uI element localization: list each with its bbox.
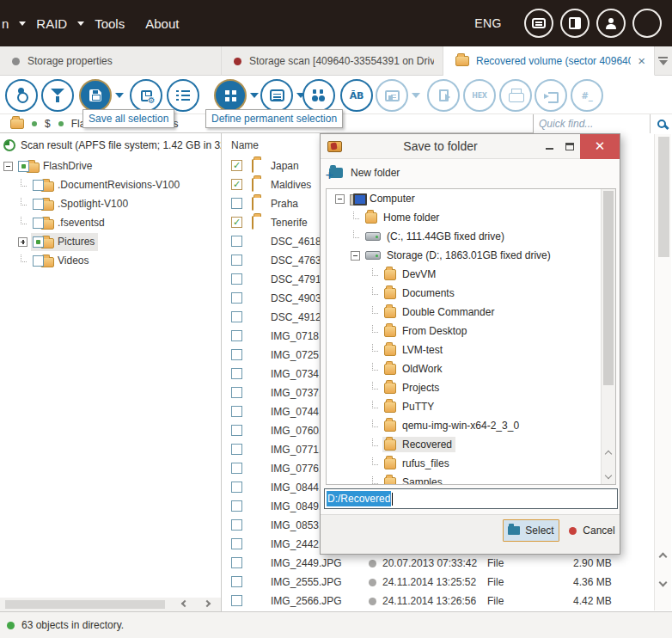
folder-folder-tree-item[interactable]: Projects xyxy=(327,378,615,397)
scrollbar-thumb[interactable] xyxy=(5,600,165,609)
chevron-down-icon[interactable] xyxy=(412,93,420,98)
scroll-right-icon[interactable] xyxy=(204,600,211,607)
close-button[interactable]: ✕ xyxy=(580,134,620,159)
checkbox[interactable] xyxy=(231,463,242,474)
tab[interactable]: Storage properties xyxy=(0,46,222,76)
image-file-row[interactable]: IMG_2555.JPG 24.11.2014 13:25:52 File 4.… xyxy=(222,573,672,592)
checkbox[interactable] xyxy=(18,161,29,172)
search-button[interactable] xyxy=(650,114,672,133)
expander-icon[interactable] xyxy=(370,440,379,450)
language-selector[interactable]: ENG xyxy=(474,16,502,30)
checkbox[interactable] xyxy=(33,218,44,229)
hash-toolbar-button[interactable]: #_ xyxy=(571,79,617,112)
tree-item[interactable]: FlashDrive xyxy=(0,156,221,175)
checkbox[interactable] xyxy=(231,292,242,304)
tree-item[interactable]: Pictures xyxy=(0,232,221,251)
maximize-button[interactable] xyxy=(559,134,580,159)
expander-icon[interactable] xyxy=(335,194,345,204)
folder-tab[interactable]: Recovered volume (sector 409640 on... × xyxy=(443,46,655,76)
expander-icon[interactable] xyxy=(370,308,379,317)
expander-icon[interactable] xyxy=(370,478,379,486)
user-header-icon[interactable] xyxy=(596,9,626,38)
expander-icon[interactable] xyxy=(18,199,27,209)
dialog-titlebar[interactable]: Save to folder ✕ xyxy=(321,134,620,159)
tab[interactable]: Storage scan [409640-33554391 on Drive..… xyxy=(222,46,443,76)
folder-folder-tree-item[interactable]: Home folder xyxy=(327,208,615,227)
chevron-down-icon[interactable] xyxy=(115,93,124,98)
imageview-toolbar-button[interactable] xyxy=(376,79,422,112)
folder-folder-tree-item[interactable]: DevVM xyxy=(327,265,615,284)
vertical-scrollbar[interactable] xyxy=(654,134,671,610)
folder-folder-tree-item[interactable]: Recovered xyxy=(327,435,615,454)
expander-icon[interactable] xyxy=(18,218,27,228)
listview-toolbar-button[interactable] xyxy=(260,79,307,112)
expander-icon[interactable] xyxy=(370,365,379,374)
folder-folder-tree-item[interactable]: rufus_files xyxy=(327,454,615,473)
drive-folder-tree-item[interactable]: Storage (D:, 1863.01GB fixed drive) xyxy=(327,246,615,265)
drive-folder-tree-item[interactable]: (C:, 111.44GB fixed drive) xyxy=(327,227,615,246)
tree-item[interactable]: .Spotlight-V100 xyxy=(0,194,221,213)
menu-item-about[interactable]: About xyxy=(145,16,179,31)
tree-item[interactable]: Videos xyxy=(0,251,221,270)
checkbox[interactable] xyxy=(33,180,44,191)
folder-folder-tree-item[interactable]: Double Commander xyxy=(327,303,615,322)
image-file-row[interactable]: IMG_2449.JPG 20.07.2013 07:33:42 File 2.… xyxy=(222,554,672,573)
folder-folder-tree-item[interactable]: LVM-test xyxy=(327,340,615,359)
expander-icon[interactable] xyxy=(370,346,379,355)
checkbox[interactable] xyxy=(33,199,44,210)
checkbox[interactable] xyxy=(231,595,242,606)
scrollbar-thumb[interactable] xyxy=(658,137,669,257)
console-header-icon[interactable] xyxy=(524,9,553,38)
checkbox[interactable] xyxy=(231,179,242,190)
folder-folder-tree-item[interactable]: From Desktop xyxy=(327,322,615,340)
select-button[interactable]: Select xyxy=(503,519,559,542)
dialog-scrollbar[interactable] xyxy=(601,189,615,484)
checkbox[interactable] xyxy=(231,255,242,266)
checkbox[interactable] xyxy=(231,273,242,285)
menu-item-raid[interactable]: RAID xyxy=(36,16,67,31)
checkbox[interactable] xyxy=(231,368,242,379)
close-icon[interactable]: × xyxy=(631,54,645,67)
expander-icon[interactable] xyxy=(370,421,379,431)
checkbox[interactable] xyxy=(231,330,242,341)
checkbox[interactable] xyxy=(231,500,242,512)
scroll-down-icon[interactable] xyxy=(605,472,612,479)
tree-item[interactable]: .DocumentRevisions-V100 xyxy=(0,175,221,194)
chevron-down-icon[interactable] xyxy=(250,93,259,98)
expander-icon[interactable] xyxy=(370,402,379,412)
checkbox[interactable] xyxy=(231,482,242,493)
checkbox[interactable] xyxy=(231,406,242,417)
checkbox[interactable] xyxy=(231,538,242,549)
checkbox[interactable] xyxy=(231,311,242,322)
image-file-row[interactable]: IMG_2566.JPG 24.11.2014 13:26:56 File 4.… xyxy=(222,592,672,610)
tab-list-menu-icon[interactable] xyxy=(657,57,669,65)
grid-toolbar-button[interactable] xyxy=(214,79,260,112)
checkbox[interactable] xyxy=(231,576,242,587)
expander-icon[interactable] xyxy=(3,162,13,171)
folder-folder-tree-item[interactable]: Documents xyxy=(327,284,615,303)
scroll-up-icon[interactable] xyxy=(659,553,668,561)
checklist-toolbar-button[interactable] xyxy=(167,79,213,112)
checkbox[interactable] xyxy=(231,444,242,455)
checkbox[interactable] xyxy=(231,519,242,531)
cancel-button[interactable]: Cancel xyxy=(566,519,618,542)
checkbox[interactable] xyxy=(231,160,242,171)
computer-folder-tree-item[interactable]: Computer xyxy=(327,189,615,208)
checkbox[interactable] xyxy=(231,217,242,228)
expander-icon[interactable] xyxy=(370,289,379,298)
breadcrumb-item[interactable]: $ xyxy=(24,118,51,130)
scroll-up-icon[interactable] xyxy=(605,451,612,457)
quick-find-input[interactable] xyxy=(534,114,650,133)
folder-folder-tree-item[interactable]: Samples xyxy=(327,473,615,485)
menu-item-clipped[interactable]: n xyxy=(2,16,9,31)
reader-header-icon[interactable] xyxy=(560,9,590,38)
checkbox[interactable] xyxy=(231,236,242,247)
expander-icon[interactable] xyxy=(18,181,27,190)
checkbox[interactable] xyxy=(33,255,44,267)
expander-icon[interactable] xyxy=(370,459,379,469)
folder-folder-tree-item[interactable]: OldWork xyxy=(327,359,615,378)
horizontal-scrollbar[interactable] xyxy=(0,598,221,611)
checkbox[interactable] xyxy=(231,198,242,209)
checkbox[interactable] xyxy=(231,349,242,360)
expander-icon[interactable] xyxy=(351,213,360,223)
